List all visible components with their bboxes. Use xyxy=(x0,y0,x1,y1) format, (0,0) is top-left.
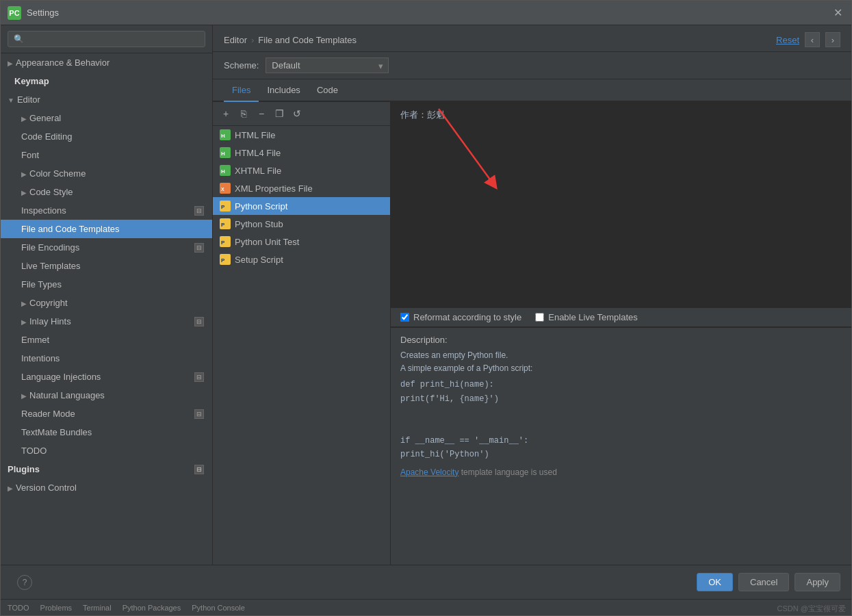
apply-button[interactable]: Apply xyxy=(795,573,840,591)
sidebar-item-file-encodings[interactable]: File Encodings ⊟ xyxy=(1,238,212,257)
chevron-icon: ▶ xyxy=(21,115,27,123)
remove-button[interactable]: − xyxy=(254,106,269,121)
close-button[interactable]: ✕ xyxy=(831,6,844,20)
badge-icon: ⊟ xyxy=(194,372,204,382)
status-python-packages[interactable]: Python Packages xyxy=(122,604,181,612)
svg-text:P: P xyxy=(221,204,225,210)
ok-button[interactable]: OK xyxy=(697,573,733,591)
breadcrumb-current: File and Code Templates xyxy=(258,35,357,45)
sidebar-item-version-control[interactable]: ▶Version Control xyxy=(1,478,212,497)
tabs-row: Files Includes Code xyxy=(213,79,851,102)
chevron-icon: ▶ xyxy=(8,485,13,492)
sidebar-item-textmate-bundles[interactable]: TextMate Bundles xyxy=(1,423,212,441)
sidebar-item-font[interactable]: Font xyxy=(1,146,212,164)
file-item-html4[interactable]: H HTML4 File xyxy=(213,144,390,162)
html-file-icon: H xyxy=(220,129,231,140)
sidebar-item-live-templates[interactable]: Live Templates xyxy=(1,257,212,275)
status-python-console[interactable]: Python Console xyxy=(192,604,245,612)
file-item-python-script[interactable]: P Python Script xyxy=(213,197,390,215)
sidebar-item-inlay-hints[interactable]: ▶Inlay Hints ⊟ xyxy=(1,312,212,331)
sidebar-item-reader-mode[interactable]: Reader Mode ⊟ xyxy=(1,405,212,423)
sidebar-item-inspections[interactable]: Inspections ⊟ xyxy=(1,201,212,220)
status-terminal[interactable]: Terminal xyxy=(83,604,112,612)
file-item-setup-script[interactable]: P Setup Script xyxy=(213,251,390,268)
author-text: 作者：彭魁 xyxy=(400,110,445,120)
status-problems[interactable]: Problems xyxy=(40,604,72,612)
sidebar-item-plugins[interactable]: Plugins ⊟ xyxy=(1,460,212,478)
chevron-icon: ▶ xyxy=(21,300,27,307)
sidebar-item-editor[interactable]: ▼Editor xyxy=(1,90,212,109)
duplicate-button[interactable]: ❐ xyxy=(272,106,287,121)
svg-text:H: H xyxy=(221,151,225,157)
chevron-icon: ▼ xyxy=(8,97,14,104)
badge-icon: ⊟ xyxy=(194,465,204,474)
reset-file-button[interactable]: ↺ xyxy=(289,106,305,121)
tab-includes[interactable]: Includes xyxy=(259,79,308,102)
svg-text:H: H xyxy=(221,168,225,175)
title-bar: PC Settings ✕ xyxy=(1,1,851,25)
python-script-icon: P xyxy=(220,201,231,211)
sidebar-item-natural-languages[interactable]: ▶Natural Languages xyxy=(1,386,212,405)
sidebar-item-keymap[interactable]: Keymap xyxy=(1,72,212,90)
svg-text:P: P xyxy=(221,222,225,228)
sidebar-item-intentions[interactable]: Intentions xyxy=(1,349,212,368)
sidebar-item-code-editing[interactable]: Code Editing xyxy=(1,127,212,146)
description-text: Creates an empty Python file. A simple e… xyxy=(400,349,842,375)
reset-button[interactable]: Reset xyxy=(776,35,799,45)
code-editor[interactable]: 作者：彭魁 xyxy=(391,102,851,307)
sidebar: ▶Appearance & Behavior Keymap ▼Editor ▶G… xyxy=(1,25,213,565)
chevron-icon: ▶ xyxy=(21,189,27,196)
sidebar-item-todo[interactable]: TODO xyxy=(1,441,212,460)
breadcrumb: Editor › File and Code Templates xyxy=(224,35,357,45)
description-panel: Description: Creates an empty Python fil… xyxy=(391,327,851,484)
title-bar-left: PC Settings xyxy=(8,6,59,20)
editor-panel: 作者：彭魁 xyxy=(391,102,851,565)
file-item-xhtml[interactable]: H XHTML File xyxy=(213,162,390,179)
badge-icon: ⊟ xyxy=(194,409,204,419)
sidebar-item-code-style[interactable]: ▶Code Style xyxy=(1,183,212,201)
file-item-xml-properties[interactable]: X XML Properties File xyxy=(213,179,390,197)
apache-velocity-link[interactable]: Apache Velocity xyxy=(400,467,459,477)
setup-script-icon: P xyxy=(220,254,231,265)
sidebar-item-general[interactable]: ▶General xyxy=(1,109,212,127)
tab-code[interactable]: Code xyxy=(309,79,346,102)
add-button[interactable]: + xyxy=(218,106,233,121)
csdn-watermark: CSDN @宝宝很可爱 xyxy=(777,604,846,614)
file-item-html[interactable]: H HTML File xyxy=(213,126,390,144)
badge-icon: ⊟ xyxy=(194,317,204,326)
description-label: Description: xyxy=(400,335,842,345)
file-item-python-unit-test[interactable]: P Python Unit Test xyxy=(213,233,390,251)
live-templates-checkbox-label[interactable]: Enable Live Templates xyxy=(535,312,638,322)
sidebar-item-emmet[interactable]: Emmet xyxy=(1,331,212,349)
main-content: ▶Appearance & Behavior Keymap ▼Editor ▶G… xyxy=(1,25,851,565)
live-templates-checkbox[interactable] xyxy=(535,313,544,322)
search-input[interactable] xyxy=(8,31,205,47)
cancel-button[interactable]: Cancel xyxy=(738,573,789,591)
nav-forward-button[interactable]: › xyxy=(825,32,840,47)
svg-text:P: P xyxy=(221,240,225,246)
sidebar-item-file-types[interactable]: File Types xyxy=(1,275,212,294)
badge-icon: ⊟ xyxy=(194,243,204,253)
file-item-python-stub[interactable]: P Python Stub xyxy=(213,215,390,233)
reformat-checkbox-label[interactable]: Reformat according to style xyxy=(400,312,521,322)
search-box xyxy=(1,25,212,53)
sidebar-item-language-injections[interactable]: Language Injections ⊟ xyxy=(1,368,212,386)
dialog-footer: ? OK Cancel Apply xyxy=(1,565,851,599)
nav-back-button[interactable]: ‹ xyxy=(805,32,820,47)
copy-button[interactable]: ⎘ xyxy=(236,106,251,121)
scheme-label: Scheme: xyxy=(224,60,259,70)
python-stub-icon: P xyxy=(220,218,231,229)
breadcrumb-parent: Editor xyxy=(224,35,247,45)
sidebar-item-color-scheme[interactable]: ▶Color Scheme xyxy=(1,164,212,183)
tab-files[interactable]: Files xyxy=(224,79,259,102)
chevron-icon: ▶ xyxy=(21,392,27,400)
reformat-checkbox[interactable] xyxy=(400,313,409,322)
status-todo[interactable]: TODO xyxy=(8,604,29,612)
status-bar: TODO Problems Terminal Python Packages P… xyxy=(1,599,851,615)
scheme-dropdown[interactable]: Default Project xyxy=(266,57,389,73)
sidebar-item-appearance[interactable]: ▶Appearance & Behavior xyxy=(1,53,212,72)
chevron-icon: ▶ xyxy=(21,170,27,178)
help-button[interactable]: ? xyxy=(17,575,32,590)
sidebar-item-copyright[interactable]: ▶Copyright xyxy=(1,294,212,312)
sidebar-item-file-code-templates[interactable]: File and Code Templates xyxy=(1,220,212,238)
